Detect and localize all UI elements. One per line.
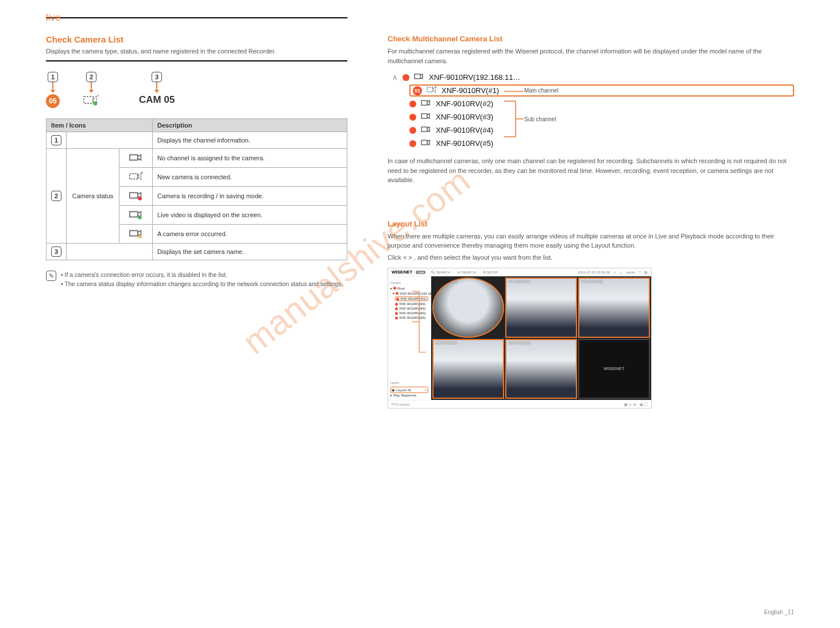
camera-name: CAM 05: [139, 94, 175, 106]
tree-item-1[interactable]: 01 + XNF-9010RV(#1): [409, 84, 794, 97]
tree-item-5[interactable]: XNF-9010RV(#5): [409, 137, 794, 149]
power-icon[interactable]: ⏻: [644, 271, 648, 274]
ic-c: [119, 187, 153, 206]
left-title: Check Camera List: [46, 34, 347, 44]
tab-search[interactable]: 🔍 SEARCH: [429, 270, 452, 274]
side-seq[interactable]: ▸ Play Sequence: [390, 393, 428, 397]
tab-setup[interactable]: ⚙ SETUP: [481, 270, 500, 274]
tree-c5: XNF-9010RV(#5): [436, 139, 493, 148]
ic-e: [119, 225, 153, 244]
de: A camera error occurred.: [153, 225, 347, 244]
callout-main: Main channel: [524, 87, 558, 94]
layout-inst: Click < > , and then select the layout y…: [388, 253, 794, 263]
note2: The camera status display information ch…: [64, 280, 342, 287]
side-sec-layout: Layout: [390, 381, 428, 384]
tree-root-label[interactable]: XNF-9010RV(192.168.11…: [429, 73, 520, 82]
svg-text:+: +: [96, 94, 99, 99]
grid-icon[interactable]: ▦: [640, 403, 643, 406]
tree-c3: XNF-9010RV(#3): [436, 113, 493, 121]
tree-item-2[interactable]: XNF-9010RV(#2): [409, 98, 794, 110]
legend-table-main: Item / Icons Description 1 Displays the …: [46, 118, 347, 260]
ic-b: +: [119, 168, 153, 187]
rec-dot-icon: [409, 127, 416, 134]
th-item2: Item / Icons: [47, 119, 153, 132]
osd-icon[interactable]: ▦: [624, 403, 628, 406]
ch-dot-icon: 01: [413, 86, 422, 95]
alarm-icon[interactable]: △: [620, 270, 622, 274]
rec-dot-icon: [409, 101, 416, 107]
tile-4[interactable]: XNF-9010RV(#4): [432, 339, 504, 399]
d1: Displays the channel information.: [153, 132, 347, 149]
tree-c2: XNF-9010RV(#2): [436, 99, 493, 108]
callout-badge-3: 3: [152, 72, 162, 82]
svg-text:+: +: [435, 86, 437, 89]
ic-a: [119, 149, 153, 168]
camera-tree: ∧ XNF-9010RV(192.168.11… 01 + XNF-9010RV…: [392, 71, 794, 149]
callout-badge-2: 2: [86, 72, 96, 82]
dc: Camera is recording / in saving mode.: [153, 187, 347, 206]
tree-c1: XNF-9010RV(#1): [442, 86, 499, 95]
tree-item-3[interactable]: XNF-9010RV(#3): [409, 111, 794, 123]
camera-status-icon: +: [83, 94, 100, 106]
channel-badge: 05: [46, 94, 60, 108]
da: No channel is assigned to the camera.: [153, 149, 347, 168]
side-sec-camera: Camera: [390, 281, 428, 284]
status-icon[interactable]: ⊕: [633, 403, 636, 406]
tile-3[interactable]: XNF-9010RV(#3): [578, 278, 650, 338]
page-footer: English _11: [764, 609, 794, 615]
help-icon[interactable]: ?: [639, 271, 641, 274]
note-icon: ✎: [46, 271, 56, 281]
top-rule: [46, 17, 347, 18]
camera-outline-icon: [414, 72, 424, 82]
db: New camera is connected.: [153, 168, 347, 187]
callout-badge-1: 1: [48, 72, 58, 82]
camera-outline-icon: [421, 99, 431, 109]
callout-sub: Sub channel: [524, 116, 556, 122]
chevron-up-icon[interactable]: ∧: [392, 73, 398, 82]
export-icon[interactable]: ⤓: [613, 270, 616, 274]
foot-left[interactable]: PTZ control: [392, 403, 409, 406]
side-layout-item[interactable]: ▣ Layout 01✎: [390, 387, 428, 393]
rec-dot-icon: [409, 140, 416, 147]
foot-lang: English: [764, 609, 783, 615]
tab-ai[interactable]: AI SEARCH: [455, 271, 477, 274]
svg-point-6: [138, 197, 142, 201]
page-header: live: [46, 13, 61, 23]
layout-title: Layout List: [388, 219, 794, 228]
tile-2[interactable]: XNF-9010RV(#2): [505, 278, 577, 338]
camera-new-icon: +: [427, 86, 437, 95]
left-sub: Displays the camera type, status, and na…: [46, 48, 347, 55]
foot-page: _11: [784, 609, 794, 615]
full-icon[interactable]: ⛶: [644, 403, 648, 406]
tree-c4: XNF-9010RV(#4): [436, 126, 493, 134]
svg-point-1: [94, 102, 98, 106]
callout-line-icon: [412, 290, 435, 353]
d3: Displays the set camera name.: [153, 244, 347, 260]
idx2: 2: [51, 191, 61, 201]
svg-text:+: +: [140, 171, 143, 176]
idx1: 1: [51, 135, 61, 145]
note-block: ✎ • If a camera's connection error occur…: [46, 271, 347, 289]
app-screenshot: WISENET Live 🔍 SEARCH AI SEARCH ⚙ SETUP …: [388, 268, 652, 409]
idx3: 3: [51, 246, 61, 257]
camera-outline-icon: [421, 125, 431, 135]
rec-dot-icon: [409, 114, 416, 121]
tile-empty[interactable]: WISENET: [578, 339, 650, 399]
layout-inst-text: Click < > , and then select the layout y…: [388, 254, 552, 261]
ratio-icon[interactable]: ▭: [629, 403, 632, 406]
app-user[interactable]: admin: [626, 271, 635, 274]
tree-item-4[interactable]: XNF-9010RV(#4): [409, 124, 794, 136]
app-date: 2022-07-18 18:56:58: [578, 271, 610, 274]
tile-1[interactable]: XNF-9010RV(#1): [432, 278, 504, 338]
tab-live[interactable]: Live: [416, 271, 425, 274]
svg-point-7: [138, 215, 142, 219]
th-desc2: Description: [153, 119, 347, 132]
mc-sub: For multichannel cameras registered with…: [388, 47, 794, 66]
side-root[interactable]: ▸ Root: [390, 286, 428, 290]
app-logo: WISENET: [392, 269, 412, 275]
mc-note: In case of multichannel cameras, only on…: [388, 156, 794, 185]
tile-5[interactable]: XNF-9010RV(#5): [505, 339, 577, 399]
layout-sub: When there are multiple cameras, you can…: [388, 232, 794, 251]
camera-outline-icon: [421, 112, 431, 122]
mc-title: Check Multichannel Camera List: [388, 34, 794, 43]
